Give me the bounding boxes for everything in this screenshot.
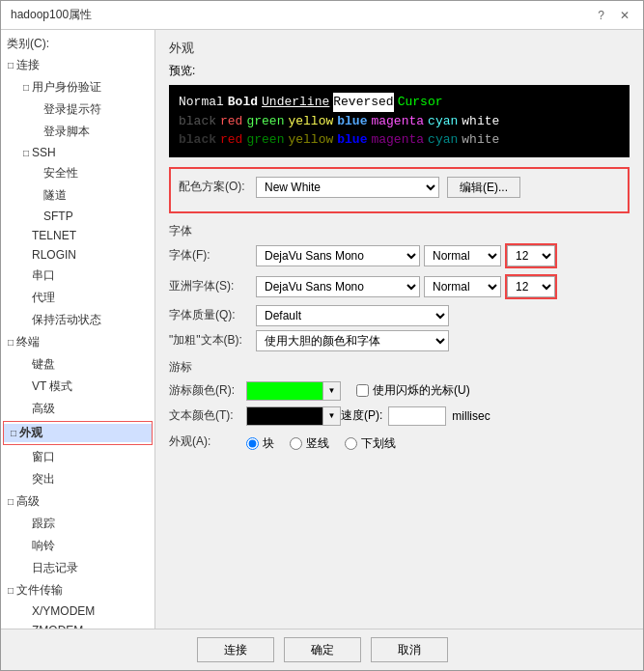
font-style-select[interactable]: Normal	[424, 245, 501, 266]
preview-line1: Normal Bold Underline Reversed Cursor	[179, 93, 620, 112]
appearance-label: 外观(A):	[169, 433, 246, 450]
speed-row: 速度(P): millisec	[341, 406, 490, 426]
sidebar-item-track[interactable]: 跟踪	[1, 513, 154, 535]
label-bell: 响铃	[32, 538, 55, 554]
toggle-auth[interactable]: □	[20, 82, 32, 93]
toggle-terminal[interactable]: □	[5, 337, 16, 348]
sidebar-item-proxy[interactable]: 代理	[1, 287, 154, 309]
main-dialog: hadoop100属性 ? ✕ 类别(C): □ 连接 □ 用户身份验证	[0, 0, 644, 671]
sidebar-item-vt-mode[interactable]: VT 模式	[1, 376, 154, 398]
label-terminal: 终端	[16, 334, 40, 350]
title-bar: hadoop100属性 ? ✕	[1, 1, 643, 30]
radio-block-input[interactable]	[246, 437, 259, 450]
font-name-select[interactable]: DejaVu Sans Mono	[256, 245, 420, 266]
section-title: 外观	[169, 40, 630, 57]
toggle-appearance[interactable]: □	[8, 428, 19, 438]
sidebar-item-auth[interactable]: □ 用户身份验证	[1, 76, 154, 98]
sidebar-item-filetransfer[interactable]: □ 文件传输	[1, 579, 154, 601]
text-color-arrow[interactable]: ▼	[323, 406, 341, 426]
label-telnet: TELNET	[32, 229, 76, 242]
sidebar-item-xymodem[interactable]: X/YMODEM	[1, 601, 154, 621]
preview-normal: Normal	[179, 93, 224, 112]
blink-check-row: 使用闪烁的光标(U)	[356, 382, 470, 399]
blink-checkbox[interactable]	[356, 384, 369, 397]
label-auth: 用户身份验证	[32, 79, 101, 96]
asian-font-label: 亚洲字体(S):	[169, 278, 256, 294]
sidebar-item-highlight[interactable]: 突出	[1, 468, 154, 490]
preview-label-row: 预览:	[169, 63, 630, 79]
c-red-dark: red	[220, 130, 242, 150]
sidebar-item-connection[interactable]: □ 连接	[1, 54, 154, 76]
c-white-light: white	[462, 112, 499, 131]
preview-line2: black red green yellow blue magenta cyan…	[179, 112, 620, 131]
sidebar-item-tunnel[interactable]: 隧道	[1, 184, 154, 207]
label-login-prompt: 登录提示符	[43, 101, 101, 118]
c-green-light: green	[246, 112, 284, 131]
edit-scheme-button[interactable]: 编辑(E)...	[447, 177, 520, 198]
sidebar-item-ssh[interactable]: □ SSH	[1, 143, 154, 162]
sidebar-item-security[interactable]: 安全性	[1, 162, 154, 184]
connect-button[interactable]: 连接	[197, 637, 274, 662]
label-vt-mode: VT 模式	[32, 378, 72, 395]
asian-font-size-box: 12	[505, 274, 557, 299]
quality-row: 字体质量(Q): Default	[169, 305, 630, 326]
sidebar-item-port[interactable]: 串口	[1, 265, 154, 287]
preview-label: 预览:	[169, 63, 195, 79]
sidebar-item-login-prompt[interactable]: 登录提示符	[1, 98, 154, 121]
preview-cursor: Cursor	[398, 93, 443, 112]
radio-block[interactable]: 块	[246, 435, 274, 452]
radio-underline[interactable]: 下划线	[345, 435, 396, 452]
toggle-ssh[interactable]: □	[20, 148, 32, 158]
sidebar-item-terminal[interactable]: □ 终端	[1, 331, 154, 353]
sidebar-item-logging[interactable]: 日志记录	[1, 557, 154, 579]
sidebar-item-bell[interactable]: 响铃	[1, 535, 154, 557]
scheme-select[interactable]: New White	[256, 177, 439, 198]
cursor-color-arrow[interactable]: ▼	[323, 381, 341, 401]
speed-input[interactable]	[388, 406, 446, 426]
label-window: 窗口	[32, 449, 55, 465]
font-section-title: 字体	[169, 223, 630, 239]
sidebar: 类别(C): □ 连接 □ 用户身份验证 登录提示符	[1, 30, 155, 629]
sidebar-item-appearance[interactable]: □ 外观	[3, 421, 153, 445]
preview-line3: black red green yellow blue magenta cyan…	[179, 130, 620, 150]
asian-font-name-select[interactable]: DejaVu Sans Mono	[256, 276, 420, 297]
label-connection: 连接	[16, 57, 40, 73]
toggle-advanced[interactable]: □	[5, 496, 16, 507]
asian-font-size-select[interactable]: 12	[507, 276, 555, 297]
cancel-button[interactable]: 取消	[371, 637, 448, 662]
c-blue-dark: blue	[337, 130, 367, 150]
sidebar-item-rlogin[interactable]: RLOGIN	[1, 245, 154, 265]
radio-underline-input[interactable]	[345, 437, 357, 450]
sidebar-item-window[interactable]: 窗口	[1, 446, 154, 468]
sidebar-item-keyboard[interactable]: 键盘	[1, 353, 154, 376]
ok-button[interactable]: 确定	[284, 637, 361, 662]
font-size-box: 12	[505, 243, 557, 268]
radio-vbar[interactable]: 竖线	[290, 435, 329, 452]
radio-vbar-label: 竖线	[306, 435, 329, 452]
appearance-options: 块 竖线 下划线	[246, 435, 396, 452]
font-size-select[interactable]: 12	[507, 245, 555, 266]
cursor-section: 游标 游标颜色(R): ▼ 使用闪烁的光标(U) 文本颜色(T): ▼	[169, 359, 630, 452]
label-logging: 日志记录	[32, 560, 78, 576]
sidebar-item-keepalive[interactable]: 保持活动状态	[1, 309, 154, 331]
sidebar-item-zmodem[interactable]: ZMODEM	[1, 621, 154, 629]
preview-reversed: Reversed	[333, 93, 393, 112]
asian-font-style-select[interactable]: Normal	[424, 276, 501, 297]
sidebar-item-advanced-term[interactable]: 高级	[1, 398, 154, 420]
sidebar-item-telnet[interactable]: TELNET	[1, 226, 154, 245]
sidebar-item-advanced[interactable]: □ 高级	[1, 490, 154, 513]
preview-underline: Underline	[262, 93, 329, 112]
bold-row: "加粗"文本(B): 使用大胆的颜色和字体	[169, 330, 630, 351]
label-xymodem: X/YMODEM	[32, 604, 95, 618]
c-black-dark: black	[179, 130, 216, 150]
toggle-filetransfer[interactable]: □	[5, 585, 16, 596]
close-button[interactable]: ✕	[616, 9, 633, 22]
sidebar-item-sftp[interactable]: SFTP	[1, 207, 154, 226]
help-button[interactable]: ?	[594, 9, 608, 22]
cursor-title: 游标	[169, 359, 630, 376]
quality-select[interactable]: Default	[256, 305, 449, 326]
radio-vbar-input[interactable]	[290, 437, 302, 450]
sidebar-item-login-script[interactable]: 登录脚本	[1, 121, 154, 143]
bold-select[interactable]: 使用大胆的颜色和字体	[256, 330, 449, 351]
toggle-connection[interactable]: □	[5, 60, 16, 70]
